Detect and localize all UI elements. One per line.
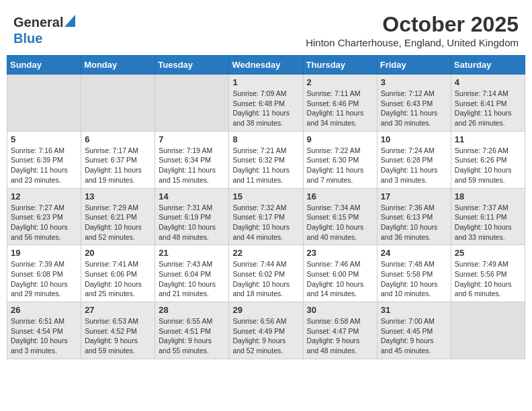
calendar-cell: 4Sunrise: 7:14 AMSunset: 6:41 PMDaylight…	[451, 75, 525, 132]
calendar-cell	[7, 75, 81, 132]
day-number: 16	[307, 191, 373, 201]
calendar-cell: 6Sunrise: 7:17 AMSunset: 6:37 PMDaylight…	[81, 131, 155, 188]
calendar-cell: 3Sunrise: 7:12 AMSunset: 6:43 PMDaylight…	[377, 75, 451, 132]
day-info: Sunrise: 6:51 AMSunset: 4:54 PMDaylight:…	[11, 316, 77, 356]
svg-marker-0	[64, 15, 75, 27]
day-number: 20	[85, 248, 151, 258]
logo-blue-text: Blue	[13, 31, 42, 46]
day-info: Sunrise: 7:26 AMSunset: 6:26 PMDaylight:…	[455, 146, 521, 185]
calendar-cell: 17Sunrise: 7:36 AMSunset: 6:13 PMDayligh…	[377, 188, 451, 245]
day-info: Sunrise: 7:44 AMSunset: 6:02 PMDaylight:…	[232, 259, 299, 299]
day-info: Sunrise: 7:19 AMSunset: 6:34 PMDaylight:…	[159, 146, 225, 185]
calendar-cell: 19Sunrise: 7:39 AMSunset: 6:08 PMDayligh…	[7, 245, 81, 302]
day-number: 5	[11, 134, 77, 144]
day-number: 28	[159, 305, 225, 315]
day-number: 13	[85, 191, 151, 201]
calendar-cell: 13Sunrise: 7:29 AMSunset: 6:21 PMDayligh…	[81, 188, 155, 245]
calendar-cell: 30Sunrise: 6:58 AMSunset: 4:47 PMDayligh…	[303, 302, 377, 359]
header-saturday: Saturday	[451, 56, 525, 75]
calendar-cell: 29Sunrise: 6:56 AMSunset: 4:49 PMDayligh…	[229, 302, 303, 359]
day-info: Sunrise: 7:00 AMSunset: 4:45 PMDaylight:…	[381, 316, 447, 356]
day-info: Sunrise: 7:16 AMSunset: 6:39 PMDaylight:…	[11, 146, 77, 185]
calendar-cell: 15Sunrise: 7:32 AMSunset: 6:17 PMDayligh…	[229, 188, 303, 245]
calendar-cell: 7Sunrise: 7:19 AMSunset: 6:34 PMDaylight…	[155, 131, 229, 188]
day-number: 31	[381, 305, 447, 315]
day-info: Sunrise: 7:41 AMSunset: 6:06 PMDaylight:…	[85, 259, 151, 299]
calendar-cell: 11Sunrise: 7:26 AMSunset: 6:26 PMDayligh…	[451, 131, 525, 188]
day-number: 24	[381, 248, 447, 258]
day-number: 25	[455, 248, 521, 258]
day-info: Sunrise: 7:14 AMSunset: 6:41 PMDaylight:…	[455, 89, 521, 128]
location-title: Hinton Charterhouse, England, United Kin…	[306, 37, 519, 48]
week-row-4: 19Sunrise: 7:39 AMSunset: 6:08 PMDayligh…	[7, 245, 525, 302]
page-header: General Blue October 2025 Hinton Charter…	[7, 7, 525, 51]
day-info: Sunrise: 7:43 AMSunset: 6:04 PMDaylight:…	[159, 259, 225, 299]
day-number: 4	[455, 77, 521, 87]
day-number: 18	[455, 191, 521, 201]
day-info: Sunrise: 7:36 AMSunset: 6:13 PMDaylight:…	[381, 203, 447, 242]
calendar-cell: 16Sunrise: 7:34 AMSunset: 6:15 PMDayligh…	[303, 188, 377, 245]
day-number: 14	[159, 191, 225, 201]
calendar-cell: 12Sunrise: 7:27 AMSunset: 6:23 PMDayligh…	[7, 188, 81, 245]
day-info: Sunrise: 6:55 AMSunset: 4:51 PMDaylight:…	[159, 316, 225, 356]
logo-general-text: General	[13, 15, 63, 30]
header-thursday: Thursday	[303, 56, 377, 75]
day-number: 3	[381, 77, 447, 87]
day-number: 6	[85, 134, 151, 144]
day-number: 11	[455, 134, 521, 144]
day-number: 29	[232, 305, 299, 315]
day-number: 30	[307, 305, 373, 315]
day-info: Sunrise: 7:17 AMSunset: 6:37 PMDaylight:…	[85, 146, 151, 185]
day-info: Sunrise: 7:12 AMSunset: 6:43 PMDaylight:…	[381, 89, 447, 128]
calendar-cell: 27Sunrise: 6:53 AMSunset: 4:52 PMDayligh…	[81, 302, 155, 359]
day-number: 21	[159, 248, 225, 258]
calendar-cell: 14Sunrise: 7:31 AMSunset: 6:19 PMDayligh…	[155, 188, 229, 245]
day-info: Sunrise: 6:56 AMSunset: 4:49 PMDaylight:…	[232, 316, 299, 356]
calendar-cell: 2Sunrise: 7:11 AMSunset: 6:46 PMDaylight…	[303, 75, 377, 132]
day-info: Sunrise: 7:46 AMSunset: 6:00 PMDaylight:…	[307, 259, 373, 299]
calendar-cell	[155, 75, 229, 132]
day-number: 10	[381, 134, 447, 144]
day-info: Sunrise: 6:58 AMSunset: 4:47 PMDaylight:…	[307, 316, 373, 356]
month-title: October 2025	[306, 12, 519, 37]
day-info: Sunrise: 7:22 AMSunset: 6:30 PMDaylight:…	[307, 146, 373, 185]
header-sunday: Sunday	[7, 56, 81, 75]
calendar-cell: 22Sunrise: 7:44 AMSunset: 6:02 PMDayligh…	[229, 245, 303, 302]
calendar-cell: 5Sunrise: 7:16 AMSunset: 6:39 PMDaylight…	[7, 131, 81, 188]
calendar-cell: 1Sunrise: 7:09 AMSunset: 6:48 PMDaylight…	[229, 75, 303, 132]
calendar-cell: 9Sunrise: 7:22 AMSunset: 6:30 PMDaylight…	[303, 131, 377, 188]
calendar-cell: 8Sunrise: 7:21 AMSunset: 6:32 PMDaylight…	[229, 131, 303, 188]
day-number: 26	[11, 305, 77, 315]
week-row-5: 26Sunrise: 6:51 AMSunset: 4:54 PMDayligh…	[7, 302, 525, 359]
day-number: 7	[159, 134, 225, 144]
day-info: Sunrise: 7:21 AMSunset: 6:32 PMDaylight:…	[232, 146, 299, 185]
day-info: Sunrise: 6:53 AMSunset: 4:52 PMDaylight:…	[85, 316, 151, 356]
day-number: 2	[307, 77, 373, 87]
week-row-3: 12Sunrise: 7:27 AMSunset: 6:23 PMDayligh…	[7, 188, 525, 245]
calendar-cell: 10Sunrise: 7:24 AMSunset: 6:28 PMDayligh…	[377, 131, 451, 188]
header-monday: Monday	[81, 56, 155, 75]
calendar-cell: 28Sunrise: 6:55 AMSunset: 4:51 PMDayligh…	[155, 302, 229, 359]
day-info: Sunrise: 7:39 AMSunset: 6:08 PMDaylight:…	[11, 259, 77, 299]
day-number: 15	[232, 191, 299, 201]
day-info: Sunrise: 7:49 AMSunset: 5:56 PMDaylight:…	[455, 259, 521, 299]
day-info: Sunrise: 7:09 AMSunset: 6:48 PMDaylight:…	[232, 89, 299, 128]
calendar-cell: 20Sunrise: 7:41 AMSunset: 6:06 PMDayligh…	[81, 245, 155, 302]
day-number: 8	[232, 134, 299, 144]
day-number: 27	[85, 305, 151, 315]
day-number: 9	[307, 134, 373, 144]
day-info: Sunrise: 7:37 AMSunset: 6:11 PMDaylight:…	[455, 203, 521, 242]
calendar-cell: 21Sunrise: 7:43 AMSunset: 6:04 PMDayligh…	[155, 245, 229, 302]
calendar-cell: 25Sunrise: 7:49 AMSunset: 5:56 PMDayligh…	[451, 245, 525, 302]
header-tuesday: Tuesday	[155, 56, 229, 75]
calendar-cell: 26Sunrise: 6:51 AMSunset: 4:54 PMDayligh…	[7, 302, 81, 359]
day-number: 1	[232, 77, 299, 87]
calendar-cell: 18Sunrise: 7:37 AMSunset: 6:11 PMDayligh…	[451, 188, 525, 245]
day-number: 22	[232, 248, 299, 258]
day-info: Sunrise: 7:29 AMSunset: 6:21 PMDaylight:…	[85, 203, 151, 242]
calendar-table: SundayMondayTuesdayWednesdayThursdayFrid…	[7, 55, 525, 359]
day-info: Sunrise: 7:11 AMSunset: 6:46 PMDaylight:…	[307, 89, 373, 128]
header-friday: Friday	[377, 56, 451, 75]
day-number: 19	[11, 248, 77, 258]
calendar-cell: 23Sunrise: 7:46 AMSunset: 6:00 PMDayligh…	[303, 245, 377, 302]
